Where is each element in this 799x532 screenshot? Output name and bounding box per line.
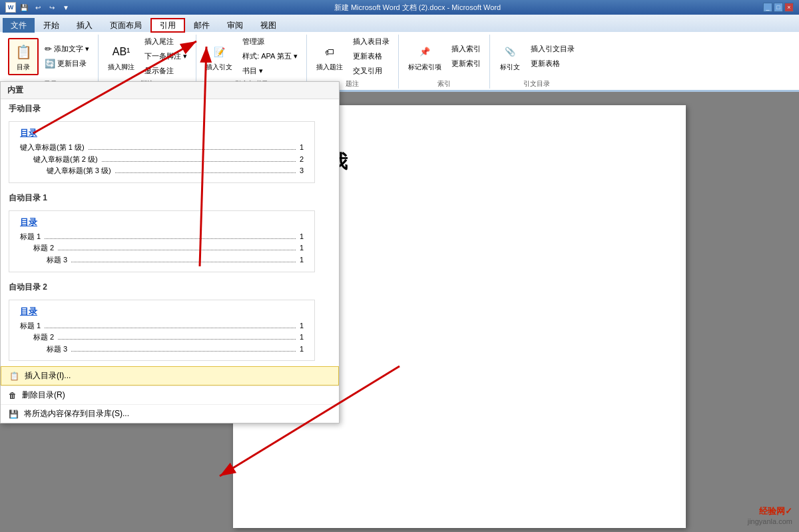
index-group-label: 索引 (437, 78, 451, 89)
style-btn[interactable]: 样式: APA 第五 ▾ (239, 49, 301, 63)
watermark-site1: 经验网✓ (748, 505, 792, 517)
caption-group-content: 🏷 插入题注 插入表目录 更新表格 交叉引用 (312, 35, 393, 78)
save-qat-btn[interactable]: 💾 (18, 1, 30, 13)
manage-sources-btn[interactable]: 管理源 (239, 35, 301, 49)
update-toc-icon: 🔄 (45, 59, 55, 69)
mark-index-btn[interactable]: 📌 标记索引项 (404, 39, 445, 75)
cross-ref-btn[interactable]: 交叉引用 (350, 64, 393, 78)
tab-mail[interactable]: 邮件 (185, 18, 218, 33)
remove-toc-icon: 🗑 (9, 391, 17, 400)
tab-home[interactable]: 开始 (35, 18, 68, 33)
citation-sub: 管理源 样式: APA 第五 ▾ 书目 ▾ (239, 35, 301, 78)
insert-endnote-btn[interactable]: 插入尾注 (141, 35, 190, 49)
auto-toc2-item[interactable]: 目录 标题 1 1 标题 2 1 标题 3 1 (1, 294, 339, 367)
window-controls[interactable]: _ □ × (763, 3, 794, 12)
auto-toc1-item[interactable]: 目录 标题 1 1 标题 2 1 标题 3 1 (1, 205, 339, 278)
toc1-title: 目录 (20, 127, 304, 139)
ribbon-tabs: 文件 开始 插入 页面布局 引用 邮件 审阅 视图 (0, 15, 799, 32)
builtin-header: 内置 (1, 82, 339, 99)
toc1-entry-1-label: 键入章标题(第 1 级) (20, 142, 85, 154)
insert-footnote-btn[interactable]: AB¹ 插入脚注 (104, 39, 138, 75)
insert-citation-btn[interactable]: 📝 插入引文 (202, 39, 236, 75)
ribbon: 文件 开始 插入 页面布局 引用 邮件 审阅 视图 📋 目录 ✏添加文字 ▾ 🔄… (0, 15, 799, 92)
ribbon-group-toc: 📋 目录 ✏添加文字 ▾ 🔄更新目录 目录 (3, 35, 99, 89)
tab-file[interactable]: 文件 (3, 18, 35, 33)
citation-group-content: 📝 插入引文 管理源 样式: APA 第五 ▾ 书目 ▾ (202, 35, 301, 78)
ribbon-group-citation: 📝 插入引文 管理源 样式: APA 第五 ▾ 书目 ▾ 引文与书目 (196, 35, 307, 89)
add-text-btn[interactable]: ✏添加文字 ▾ (41, 42, 93, 56)
bibliography-btn[interactable]: 书目 ▾ (239, 64, 301, 78)
toc-sub-buttons: ✏添加文字 ▾ 🔄更新目录 (41, 42, 93, 71)
caption-label: 插入题注 (316, 63, 343, 72)
maximize-btn[interactable]: □ (774, 3, 783, 12)
auto-toc1-preview: 目录 标题 1 1 标题 2 1 标题 3 1 (9, 210, 315, 272)
tab-review[interactable]: 审阅 (218, 18, 252, 33)
toc-label: 目录 (17, 63, 30, 72)
update-citindex-btn[interactable]: 更新表格 (527, 57, 578, 71)
citindex-label: 标引文 (500, 63, 520, 72)
toc3-entry-3: 标题 3 1 (20, 344, 304, 356)
auto-toc2-preview: 目录 标题 1 1 标题 2 1 标题 3 1 (9, 300, 315, 362)
next-footnote-btn[interactable]: 下一条脚注 ▾ (141, 49, 190, 63)
ribbon-group-index: 📌 标记索引项 插入索引 更新索引 索引 (399, 35, 490, 89)
undo-qat-btn[interactable]: ↩ (32, 1, 44, 13)
toc3-title: 目录 (20, 306, 304, 318)
show-notes-btn[interactable]: 显示备注 (141, 64, 190, 78)
close-btn[interactable]: × (784, 3, 794, 12)
update-index-btn[interactable]: 更新索引 (448, 57, 484, 71)
toc3-e3-label: 标题 3 (47, 344, 67, 356)
footnote-icon: AB¹ (111, 41, 132, 63)
toc-btn[interactable]: 📋 目录 (8, 38, 39, 75)
insert-toc-btn[interactable]: 📋 插入目录(I)... (1, 366, 339, 386)
toc2-e3-label: 标题 3 (47, 254, 67, 266)
toc3-entry-1: 标题 1 1 (20, 320, 304, 332)
insert-table-fig-btn[interactable]: 插入表目录 (350, 35, 393, 49)
minimize-btn[interactable]: _ (763, 3, 772, 12)
customize-qat-btn[interactable]: ▼ (60, 1, 72, 13)
watermark-site2: jingyanla.com (748, 517, 792, 525)
quick-access-toolbar: W 💾 ↩ ↪ ▼ (5, 1, 72, 13)
manual-toc-item[interactable]: 目录 键入章标题(第 1 级) 1 键入章标题(第 2 级) 2 键入章标题(第… (1, 116, 339, 188)
redo-qat-btn[interactable]: ↪ (46, 1, 58, 13)
save-toc-btn[interactable]: 💾 将所选内容保存到目录库(S)... (1, 404, 339, 423)
toc3-entry-2: 标题 2 1 (20, 332, 304, 344)
tab-layout[interactable]: 页面布局 (101, 18, 150, 33)
save-toc-icon: 💾 (9, 409, 19, 419)
caption-sub: 插入表目录 更新表格 交叉引用 (350, 35, 393, 78)
toc1-entry-1: 键入章标题(第 1 级) 1 (20, 142, 304, 154)
toc2-title: 目录 (20, 216, 304, 228)
update-table-btn[interactable]: 更新表格 (350, 49, 393, 63)
auto-toc1-label: 自动目录 1 (1, 188, 339, 205)
tab-insert[interactable]: 插入 (68, 18, 101, 33)
toc2-e2-label: 标题 2 (33, 242, 54, 254)
insert-toc-icon: 📋 (9, 372, 19, 381)
index-label: 标记索引项 (408, 63, 441, 72)
insert-citindex-btn[interactable]: 插入引文目录 (527, 42, 578, 56)
add-text-label: 添加文字 ▾ (54, 44, 89, 54)
toc2-entry-2: 标题 2 1 (20, 242, 304, 254)
mark-citation-btn[interactable]: 📎 标引文 (495, 39, 525, 75)
tab-view[interactable]: 视图 (252, 18, 285, 33)
citation-label: 插入引文 (206, 63, 232, 72)
toc-icon: 📋 (13, 41, 34, 63)
toc1-entry-2-page: 2 (300, 154, 304, 166)
remove-toc-btn[interactable]: 🗑 删除目录(R) (1, 386, 339, 404)
toc1-entry-3-page: 3 (300, 165, 304, 177)
footnote-sub: 插入尾注 下一条脚注 ▾ 显示备注 (141, 35, 190, 78)
auto-toc2-label: 自动目录 2 (1, 278, 339, 294)
insert-index-btn[interactable]: 插入索引 (448, 42, 484, 56)
insert-caption-btn[interactable]: 🏷 插入题注 (312, 39, 347, 75)
toc1-entry-2-label: 键入章标题(第 2 级) (33, 154, 98, 166)
manual-toc-label: 手动目录 (1, 99, 339, 116)
toc3-e2-label: 标题 2 (33, 332, 54, 344)
window-title: 新建 Microsoft Word 文档 (2).docx - Microsof… (72, 3, 763, 13)
remove-toc-label: 删除目录(R) (22, 390, 65, 401)
toc-dropdown: 内置 手动目录 目录 键入章标题(第 1 级) 1 键入章标题(第 2 级) 2… (0, 81, 340, 423)
toc1-entry-3-label: 键入章标题(第 3 级) (47, 165, 111, 177)
add-text-icon: ✏ (45, 44, 52, 54)
update-toc-btn[interactable]: 🔄更新目录 (41, 57, 93, 71)
toc1-entry-3: 键入章标题(第 3 级) 3 (20, 165, 304, 177)
toc3-e1-label: 标题 1 (20, 320, 41, 332)
citation-icon: 📝 (208, 41, 230, 63)
tab-references[interactable]: 引用 (150, 18, 185, 33)
